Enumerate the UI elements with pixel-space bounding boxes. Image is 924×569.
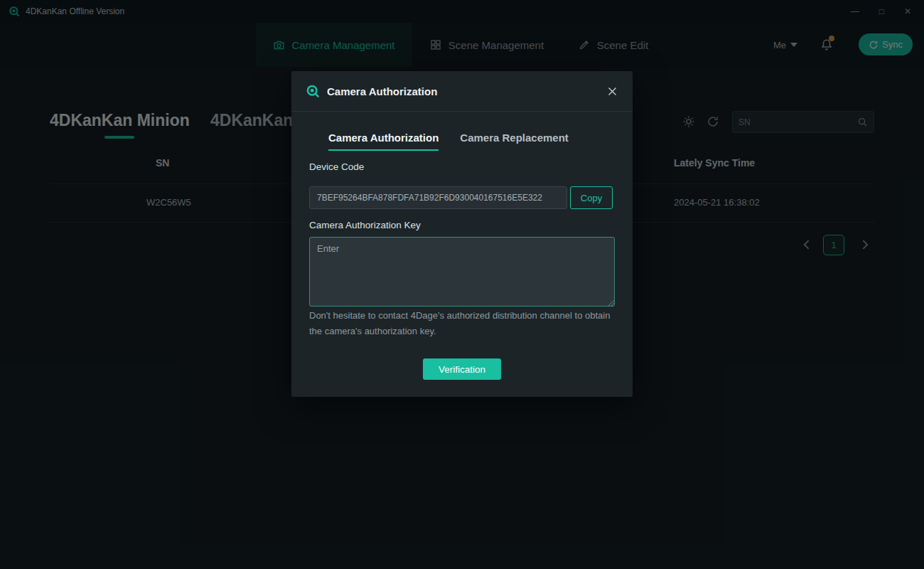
device-code-field[interactable] xyxy=(309,186,567,209)
camera-logo-icon xyxy=(306,84,320,98)
copy-button[interactable]: Copy xyxy=(570,186,613,209)
authorization-key-label: Camera Authorization Key xyxy=(309,220,421,230)
close-icon[interactable] xyxy=(606,85,618,97)
tab-camera-authorization[interactable]: Camera Authorization xyxy=(328,132,439,151)
camera-authorization-dialog: Camera Authorization Camera Authorizatio… xyxy=(291,71,633,397)
authorization-key-field[interactable] xyxy=(309,237,615,307)
verification-button[interactable]: Verification xyxy=(423,358,501,380)
app-window: 4DKanKan Offline Version — □ ✕ Camera Ma… xyxy=(0,0,924,569)
dialog-title: Camera Authorization xyxy=(327,85,437,97)
dialog-header: Camera Authorization xyxy=(291,71,633,112)
device-code-label: Device Code xyxy=(309,161,364,172)
dialog-tabs: Camera Authorization Camera Replacement xyxy=(328,132,569,151)
tab-camera-replacement[interactable]: Camera Replacement xyxy=(460,132,569,151)
authorization-help-text: Don't hesitate to contact 4Dage's author… xyxy=(309,308,616,339)
